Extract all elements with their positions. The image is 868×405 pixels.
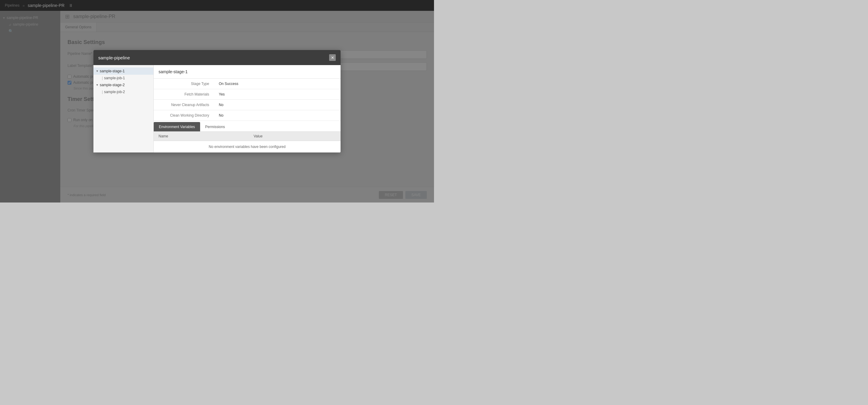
- tree-item-stage-1[interactable]: ▼ sample-stage-1: [93, 67, 153, 75]
- tree-triangle-stage-1: ▼: [96, 70, 98, 73]
- modal-right-content: sample-stage-1 Stage Type On Success Fet…: [154, 65, 341, 153]
- tree-job-2-label: sample-job-2: [104, 90, 125, 94]
- clean-working-dir-label: Clean Working Directory: [154, 110, 214, 121]
- tree-triangle-stage-2: ▼: [96, 84, 98, 87]
- fetch-materials-row: Fetch Materials Yes: [154, 89, 341, 100]
- env-empty-row: No environment variables have been confi…: [154, 141, 341, 153]
- tab-env-label: Environment Variables: [159, 125, 195, 129]
- modal-header: sample-pipeline ✕: [93, 50, 341, 65]
- stage-name-header: sample-stage-1: [154, 65, 341, 79]
- tree-item-job-1[interactable]: | sample-job-1: [93, 75, 153, 81]
- stage-type-label: Stage Type: [154, 79, 214, 89]
- env-empty-message: No environment variables have been confi…: [154, 141, 341, 153]
- modal: sample-pipeline ✕ ▼ sample-stage-1 | sam…: [93, 50, 341, 153]
- tree-stage-2-label: sample-stage-2: [100, 83, 125, 87]
- tab-env-variables[interactable]: Environment Variables: [154, 122, 200, 131]
- clean-working-dir-row: Clean Working Directory No: [154, 110, 341, 121]
- tab-permissions-label: Permissions: [205, 125, 225, 129]
- tree-indent-job-1: |: [102, 76, 103, 80]
- modal-tabs: Environment Variables Permissions: [154, 122, 341, 132]
- never-cleanup-label: Never Cleanup Artifacts: [154, 100, 214, 110]
- tab-permissions[interactable]: Permissions: [200, 122, 230, 131]
- modal-close-button[interactable]: ✕: [329, 54, 336, 61]
- clean-working-dir-value: No: [214, 110, 341, 121]
- stage-type-row: Stage Type On Success: [154, 79, 341, 89]
- modal-title: sample-pipeline: [98, 55, 130, 60]
- modal-body: ▼ sample-stage-1 | sample-job-1 ▼ sample…: [93, 65, 341, 153]
- tree-job-1-label: sample-job-1: [104, 76, 125, 80]
- fetch-materials-label: Fetch Materials: [154, 89, 214, 100]
- modal-overlay: sample-pipeline ✕ ▼ sample-stage-1 | sam…: [0, 0, 434, 202]
- env-table-body: No environment variables have been confi…: [154, 141, 341, 153]
- never-cleanup-row: Never Cleanup Artifacts No: [154, 100, 341, 110]
- stage-info-table: Stage Type On Success Fetch Materials Ye…: [154, 79, 341, 121]
- modal-tree: ▼ sample-stage-1 | sample-job-1 ▼ sample…: [93, 65, 154, 153]
- never-cleanup-value: No: [214, 100, 341, 110]
- tree-indent-job-2: |: [102, 90, 103, 94]
- fetch-materials-value: Yes: [214, 89, 341, 100]
- env-table: Name Value No environment variables have…: [154, 132, 341, 153]
- env-header-row: Name Value: [154, 132, 341, 141]
- env-col-value: Value: [249, 132, 341, 141]
- tree-item-stage-2[interactable]: ▼ sample-stage-2: [93, 81, 153, 89]
- tree-item-job-2[interactable]: | sample-job-2: [93, 89, 153, 95]
- stage-type-value: On Success: [214, 79, 341, 89]
- tree-stage-1-label: sample-stage-1: [100, 69, 125, 73]
- env-table-header: Name Value: [154, 132, 341, 141]
- env-col-name: Name: [154, 132, 249, 141]
